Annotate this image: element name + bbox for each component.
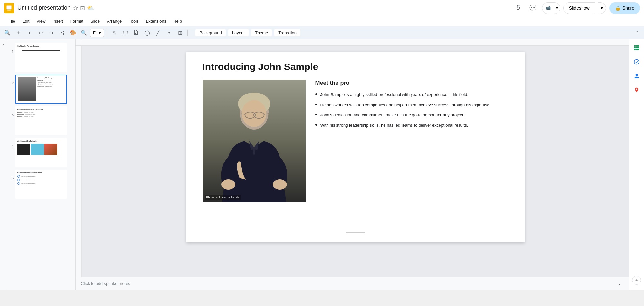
slide-thumbnail[interactable]: Abilities and Proficiencies <box>15 138 67 167</box>
slide-thumbnail[interactable]: Career Achievements and Roles Lorem ipsu… <box>15 170 67 199</box>
sidebar-tasks-icon[interactable] <box>631 56 642 68</box>
svg-point-21 <box>634 60 639 64</box>
menu-insert[interactable]: Insert <box>49 17 66 25</box>
bullet-item-3: John's dedication and commitment make hi… <box>315 112 508 118</box>
zoom-btn[interactable]: 🔍 <box>79 28 89 38</box>
slide-panel: 1 Crafting the Perfect Resume 2 Introduc… <box>6 39 76 290</box>
cloud-icon[interactable]: ⛅ <box>87 5 94 12</box>
zoom-level[interactable]: Fit ▾ <box>90 29 104 37</box>
bullet-list: John Sample is a highly skilled professi… <box>315 92 508 128</box>
slideshow-dropdown-button[interactable]: ▾ <box>598 2 606 14</box>
menu-arrange[interactable]: Arrange <box>104 17 125 25</box>
svg-rect-1 <box>7 10 11 10</box>
svg-rect-2 <box>82 39 629 46</box>
line-dropdown[interactable]: ▾ <box>164 28 174 38</box>
star-icon[interactable]: ☆ <box>73 5 78 12</box>
history-button[interactable]: ⏱ <box>512 2 524 14</box>
paint-format-button[interactable]: 🎨 <box>68 28 78 38</box>
menu-tools[interactable]: Tools <box>126 17 142 25</box>
slide-number: 1 <box>9 43 14 54</box>
panel-toggle[interactable]: ‹ <box>0 39 6 290</box>
sidebar-people-icon[interactable] <box>631 70 642 82</box>
slide-item[interactable]: 2 Introducing John Sample Meet the pro •… <box>6 74 75 105</box>
share-button[interactable]: 🔒 Share <box>609 2 640 14</box>
meet-pro-heading: Meet the pro <box>315 80 508 86</box>
slide-thumbnail-active[interactable]: Introducing John Sample Meet the pro • J… <box>15 75 67 104</box>
shape-tool[interactable]: ◯ <box>142 28 152 38</box>
zoom-dropdown-button[interactable]: ▾ <box>24 28 34 38</box>
chat-button[interactable]: 💬 <box>527 2 539 14</box>
bullet-item-1: John Sample is a highly skilled professi… <box>315 92 508 98</box>
theme-button[interactable]: Theme <box>251 29 272 36</box>
document-title[interactable]: Untitled presentation <box>17 5 71 11</box>
layout-button[interactable]: Layout <box>228 29 249 36</box>
bullet-dot <box>315 124 317 126</box>
slideshow-button[interactable]: Slideshow <box>564 2 595 14</box>
menu-slide[interactable]: Slide <box>87 17 103 25</box>
toolbar-separator-2 <box>187 30 188 36</box>
slide-thumbnail[interactable]: Charting the academic path taken • Raisi… <box>15 106 67 135</box>
lock-icon: 🔒 <box>615 5 620 11</box>
menu-extensions[interactable]: Extensions <box>143 17 170 25</box>
meet-dropdown-btn[interactable]: ▾ <box>554 6 560 10</box>
meet-btn[interactable]: 📹 <box>542 5 554 10</box>
slide-content-right: Meet the pro John Sample is a highly ski… <box>315 80 508 132</box>
menu-format[interactable]: Format <box>67 17 87 25</box>
slide-title[interactable]: Introducing John Sample <box>203 61 318 72</box>
camera-icon: 📹 <box>545 5 551 10</box>
sidebar-expand-button[interactable]: ＋ <box>632 276 641 285</box>
slide-number: 2 <box>9 75 14 85</box>
ruler-horizontal: // Ruler ticks drawn via CSS background <box>82 39 629 46</box>
svg-rect-4 <box>76 46 82 277</box>
slide-item[interactable]: 4 Abilities and Proficiencies <box>6 137 75 168</box>
bullet-dot <box>315 104 317 105</box>
print-button[interactable]: 🖨 <box>57 28 67 38</box>
collapse-toolbar-button[interactable]: ⌃ <box>632 28 641 37</box>
slide-number: 3 <box>9 106 14 117</box>
bullet-dot <box>315 93 317 95</box>
zoom-in-button[interactable]: ＋ <box>14 28 23 38</box>
svg-point-22 <box>635 74 638 76</box>
svg-point-10 <box>221 179 235 190</box>
toolbar-separator-1 <box>107 30 107 36</box>
folder-icon[interactable]: ⊡ <box>80 5 85 12</box>
redo-button[interactable]: ↪ <box>46 28 56 38</box>
transition-button[interactable]: Transition <box>274 29 300 36</box>
search-button[interactable]: 🔍 <box>3 28 12 38</box>
notes-placeholder[interactable]: Click to add speaker notes <box>81 281 130 286</box>
svg-rect-17 <box>634 45 639 50</box>
slide-number: 4 <box>9 138 14 148</box>
svg-point-11 <box>273 179 287 190</box>
slide-thumbnail[interactable]: Crafting the Perfect Resume <box>15 43 67 72</box>
slide-image[interactable]: Photo by Photo by Pexels <box>203 80 306 202</box>
menu-file[interactable]: File <box>5 17 18 25</box>
bullet-dot <box>315 114 317 115</box>
menu-edit[interactable]: Edit <box>19 17 33 25</box>
menu-help[interactable]: Help <box>170 17 185 25</box>
panel-toggle-button[interactable]: ‹ <box>2 43 4 48</box>
selection-tool[interactable]: ⬚ <box>120 28 130 38</box>
right-sidebar: ＋ <box>629 39 644 290</box>
slide-item[interactable]: 3 Charting the academic path taken • Rai… <box>6 105 75 137</box>
cursor-tool[interactable]: ↖ <box>109 28 119 38</box>
zoom-dropdown-icon: ▾ <box>99 30 101 35</box>
slide-canvas[interactable]: Introducing John Sample <box>186 52 525 242</box>
notes-expand-button[interactable]: ⌄ <box>616 280 623 288</box>
svg-point-23 <box>636 89 637 90</box>
background-button[interactable]: Background <box>195 29 225 36</box>
bullet-item-2: He has worked with top companies and hel… <box>315 102 508 108</box>
line-tool[interactable]: ╱ <box>153 28 163 38</box>
notes-area[interactable]: Click to add speaker notes ⌄ <box>76 277 629 290</box>
undo-button[interactable]: ↩ <box>35 28 45 38</box>
slide-item[interactable]: 1 Crafting the Perfect Resume <box>6 42 75 74</box>
slide-item[interactable]: 5 Career Achievements and Roles Lorem ip… <box>6 168 75 200</box>
image-tool[interactable]: 🖼 <box>131 28 141 38</box>
editor-area[interactable]: Introducing John Sample <box>82 46 629 277</box>
sidebar-sheets-icon[interactable] <box>631 42 642 54</box>
slide-footer-line <box>346 232 365 233</box>
comment-tool[interactable]: ⊞ <box>175 28 185 38</box>
menu-view[interactable]: View <box>33 17 49 25</box>
app-logo <box>4 3 14 13</box>
sidebar-maps-icon[interactable] <box>631 84 642 96</box>
image-caption: Photo by Photo by Pexels <box>205 195 241 200</box>
